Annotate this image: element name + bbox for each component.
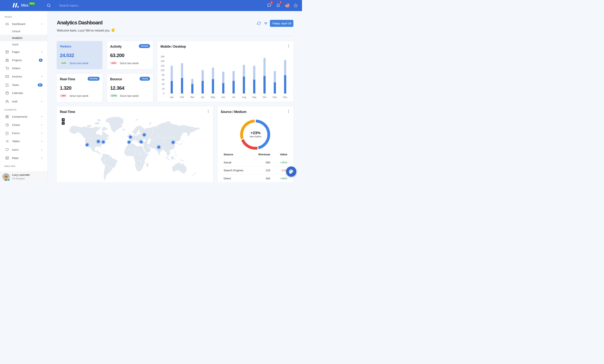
svg-text:20: 20 xyxy=(162,88,164,90)
svg-text:0: 0 xyxy=(163,92,164,95)
svg-text:Aug: Aug xyxy=(242,96,246,99)
svg-text:Dec: Dec xyxy=(283,96,287,99)
svg-text:May: May xyxy=(211,96,215,99)
svg-text:80: 80 xyxy=(162,74,164,76)
svg-text:Mar: Mar xyxy=(190,96,195,99)
svg-text:Nov: Nov xyxy=(273,96,277,99)
svg-text:Apr: Apr xyxy=(201,96,204,99)
svg-text:Feb: Feb xyxy=(180,96,184,99)
svg-text:60: 60 xyxy=(162,78,164,81)
svg-text:Jul: Jul xyxy=(232,96,235,99)
svg-text:160: 160 xyxy=(161,55,164,58)
svg-text:Oct: Oct xyxy=(263,96,266,99)
svg-text:140: 140 xyxy=(161,60,164,63)
svg-text:Jun: Jun xyxy=(221,96,225,99)
svg-text:Sep: Sep xyxy=(252,96,256,99)
svg-text:Jan: Jan xyxy=(170,96,174,99)
svg-text:100: 100 xyxy=(161,69,164,72)
svg-text:120: 120 xyxy=(161,64,164,67)
svg-text:40: 40 xyxy=(162,83,164,86)
